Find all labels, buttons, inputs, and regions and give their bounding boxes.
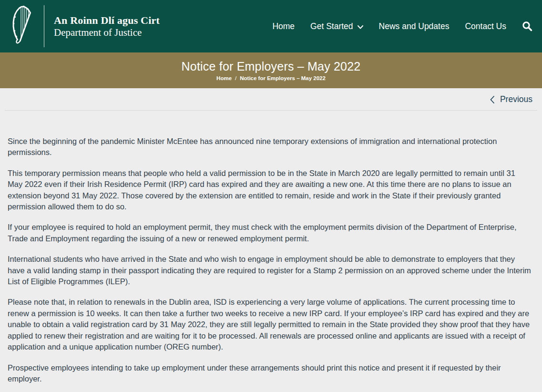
- irish-harp-icon: [9, 4, 36, 49]
- paragraph: Since the beginning of the pandemic Mini…: [8, 136, 532, 158]
- paragraph: Prospective employees intending to take …: [8, 362, 532, 385]
- page-title-banner: Notice for Employers – May 2022 Home / N…: [0, 52, 542, 88]
- post-navigation: Previous: [0, 88, 542, 110]
- nav-item-get-started[interactable]: Get Started: [310, 21, 363, 31]
- previous-label: Previous: [500, 94, 532, 104]
- logo-title-irish: An Roinn Dlí agus Cirt: [54, 14, 160, 27]
- logo-divider: [44, 5, 44, 47]
- nav-item-contact-us[interactable]: Contact Us: [465, 21, 506, 31]
- paragraph: International students who have arrived …: [8, 254, 532, 287]
- chevron-left-icon: [490, 96, 494, 103]
- nav-item-label: Contact Us: [465, 21, 506, 31]
- paragraph: This temporary permission means that peo…: [8, 168, 532, 213]
- nav-item-home[interactable]: Home: [272, 21, 295, 31]
- department-logo[interactable]: An Roinn Dlí agus Cirt Department of Jus…: [54, 14, 160, 39]
- paragraph: Please note that, in relation to renewal…: [8, 297, 532, 352]
- site-header: An Roinn Dlí agus Cirt Department of Jus…: [0, 0, 542, 52]
- nav-item-news-and-updates[interactable]: News and Updates: [379, 21, 450, 31]
- breadcrumb-home-link[interactable]: Home: [216, 75, 232, 81]
- nav-item-label: Get Started: [310, 21, 353, 31]
- previous-link[interactable]: Previous: [490, 94, 532, 104]
- nav-item-label: Home: [272, 21, 295, 31]
- page-title: Notice for Employers – May 2022: [182, 60, 361, 73]
- logo-title-english: Department of Justice: [54, 27, 160, 39]
- nav-item-label: News and Updates: [379, 21, 450, 31]
- search-icon: [522, 21, 532, 31]
- breadcrumb-separator: /: [235, 75, 236, 81]
- main-nav: Home Get Started News and Updates Contac…: [272, 21, 532, 31]
- breadcrumb-current: Notice for Employers – May 2022: [240, 75, 326, 81]
- breadcrumb: Home / Notice for Employers – May 2022: [216, 75, 326, 81]
- search-button[interactable]: [522, 21, 532, 31]
- article-content: Since the beginning of the pandemic Mini…: [0, 111, 542, 384]
- chevron-down-icon: [358, 25, 363, 29]
- paragraph: If your employee is required to hold an …: [8, 222, 532, 244]
